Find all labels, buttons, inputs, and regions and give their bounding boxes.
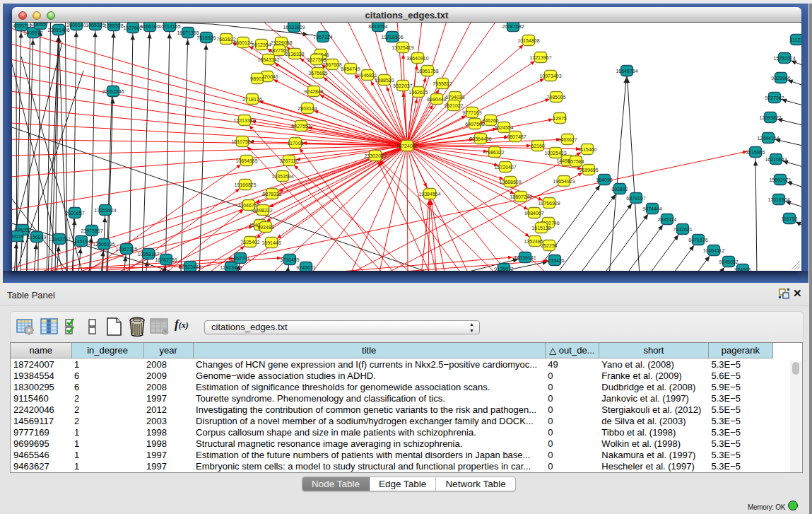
svg-text:10688609: 10688609 — [499, 180, 521, 185]
svg-text:9242848: 9242848 — [304, 89, 323, 94]
svg-text:2020657: 2020657 — [65, 211, 84, 216]
svg-text:7357224: 7357224 — [313, 35, 332, 40]
svg-text:12353594: 12353594 — [271, 174, 293, 179]
svg-text:19756928: 19756928 — [538, 201, 560, 206]
svg-text:23302033: 23302033 — [364, 153, 386, 158]
svg-text:1615132: 1615132 — [531, 226, 551, 230]
svg-text:19384554: 19384554 — [418, 192, 440, 197]
svg-text:117005: 117005 — [288, 141, 304, 146]
svg-text:19166825: 19166825 — [234, 182, 256, 187]
svg-text:5322037: 5322037 — [393, 83, 412, 88]
svg-text:9329966: 9329966 — [771, 76, 790, 81]
svg-text:3215955: 3215955 — [746, 150, 765, 155]
svg-text:9463627: 9463627 — [558, 137, 577, 142]
svg-text:98901: 98901 — [250, 76, 264, 81]
svg-text:2803144: 2803144 — [298, 106, 317, 111]
svg-text:12342757: 12342757 — [48, 237, 70, 242]
svg-text:8454749: 8454749 — [341, 66, 360, 71]
svg-text:6497568: 6497568 — [465, 122, 484, 127]
svg-text:7625402: 7625402 — [240, 240, 259, 245]
svg-text:3716485: 3716485 — [280, 257, 299, 262]
svg-text:12923445: 12923445 — [220, 265, 242, 270]
svg-text:17359924: 17359924 — [94, 208, 116, 213]
svg-text:10025433: 10025433 — [544, 151, 566, 156]
svg-text:8660124: 8660124 — [233, 40, 252, 45]
svg-text:8912954: 8912954 — [252, 42, 271, 47]
svg-text:12093822: 12093822 — [759, 115, 781, 120]
svg-text:16782759: 16782759 — [155, 257, 177, 262]
svg-text:11123: 11123 — [790, 37, 801, 42]
svg-text:2935114: 2935114 — [658, 217, 677, 222]
svg-text:9457791: 9457791 — [230, 256, 249, 261]
svg-text:7632621: 7632621 — [673, 227, 692, 232]
svg-text:8136328: 8136328 — [285, 52, 304, 57]
svg-text:9084067: 9084067 — [524, 211, 543, 216]
svg-text:9474444: 9474444 — [642, 206, 661, 211]
svg-text:14136141: 14136141 — [514, 255, 536, 260]
svg-text:10719155: 10719155 — [158, 24, 180, 29]
svg-text:1588520: 1588520 — [375, 78, 394, 83]
svg-text:16210643: 16210643 — [765, 157, 787, 162]
svg-text:9245631: 9245631 — [296, 265, 315, 270]
svg-text:15751074: 15751074 — [773, 56, 795, 61]
svg-text:116753: 116753 — [782, 216, 798, 221]
svg-text:16671355: 16671355 — [177, 30, 199, 35]
svg-text:38640910: 38640910 — [406, 56, 428, 61]
svg-text:8878332: 8878332 — [262, 192, 281, 197]
svg-text:9135672: 9135672 — [494, 267, 513, 271]
svg-text:1691448: 1691448 — [261, 240, 281, 245]
svg-text:9146821: 9146821 — [358, 73, 377, 78]
svg-text:12505135: 12505135 — [93, 242, 114, 247]
svg-text:6879197: 6879197 — [626, 196, 645, 201]
svg-text:15692971: 15692971 — [769, 177, 791, 182]
svg-text:7515526: 7515526 — [196, 35, 216, 40]
svg-text:1405572: 1405572 — [23, 30, 42, 35]
svg-text:1621022: 1621022 — [444, 103, 463, 108]
svg-text:13325419: 13325419 — [392, 45, 413, 50]
svg-text:9777169: 9777169 — [462, 110, 481, 115]
svg-text:16648784: 16648784 — [616, 69, 637, 74]
svg-text:8813054: 8813054 — [368, 24, 387, 29]
svg-text:3624554: 3624554 — [494, 125, 513, 130]
svg-text:16961758: 16961758 — [416, 69, 438, 74]
svg-text:16033809: 16033809 — [283, 25, 305, 30]
svg-text:230557: 230557 — [32, 23, 48, 27]
svg-text:7986322: 7986322 — [485, 150, 504, 155]
svg-text:16543342: 16543342 — [257, 57, 279, 62]
svg-text:1156819: 1156819 — [28, 235, 47, 240]
svg-text:12975: 12975 — [553, 116, 567, 121]
svg-text:18724007: 18724007 — [396, 144, 418, 148]
svg-text:8471676: 8471676 — [688, 238, 707, 243]
svg-text:9327508: 9327508 — [307, 57, 326, 62]
svg-text:8990448: 8990448 — [427, 97, 446, 102]
svg-text:746266: 746266 — [482, 118, 498, 123]
svg-text:10807487: 10807487 — [504, 134, 526, 139]
svg-text:164095: 164095 — [596, 177, 612, 182]
svg-text:9227342: 9227342 — [765, 95, 784, 100]
svg-text:1145194: 1145194 — [72, 239, 91, 244]
svg-text:993483: 993483 — [257, 225, 273, 230]
svg-text:20087682: 20087682 — [502, 24, 524, 29]
svg-text:2367608: 2367608 — [322, 62, 341, 67]
svg-text:12213389: 12213389 — [233, 118, 255, 123]
svg-text:20053346: 20053346 — [102, 89, 124, 94]
svg-text:7485005: 7485005 — [546, 95, 565, 100]
svg-text:19218506: 19218506 — [381, 35, 403, 40]
svg-text:893892: 893892 — [611, 187, 628, 192]
svg-text:17957225: 17957225 — [115, 247, 137, 252]
svg-text:10973493: 10973493 — [539, 74, 561, 78]
svg-text:18807249: 18807249 — [510, 194, 531, 199]
svg-text:19654923: 19654923 — [553, 179, 575, 184]
svg-text:1065325: 1065325 — [86, 23, 105, 28]
svg-text:10654985: 10654985 — [235, 158, 257, 163]
svg-text:3498222: 3498222 — [253, 208, 272, 213]
svg-text:15720407: 15720407 — [494, 165, 516, 170]
svg-text:9699695: 9699695 — [579, 168, 598, 173]
svg-text:957584: 957584 — [567, 159, 584, 164]
svg-text:9115460: 9115460 — [578, 147, 597, 152]
svg-text:3267110: 3267110 — [280, 158, 299, 163]
svg-text:7955812: 7955812 — [433, 81, 452, 86]
svg-text:12444154: 12444154 — [757, 136, 779, 141]
svg-text:2009140: 2009140 — [66, 23, 86, 28]
svg-text:1065328: 1065328 — [104, 23, 123, 28]
